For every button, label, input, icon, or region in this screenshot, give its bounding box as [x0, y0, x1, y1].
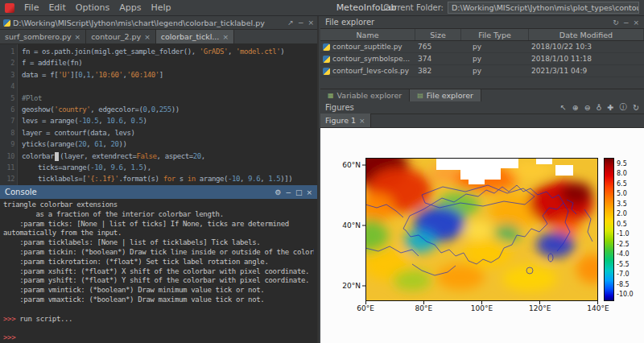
code-token: in — [188, 175, 196, 183]
code-line — [22, 81, 317, 92]
float-icon[interactable]: ↗ — [287, 19, 294, 27]
column-header-size[interactable]: Size — [415, 29, 461, 40]
pan-icon[interactable]: ✚ — [608, 103, 614, 112]
code-token: ) — [280, 48, 284, 56]
column-header-file-type[interactable]: File Type — [461, 29, 529, 40]
console-text-line: :param tickrotation: (*float*) Set tick … — [3, 258, 314, 267]
table-row[interactable]: contourf_levs-cols.py382py2021/3/11 04:9 — [320, 65, 644, 77]
code-token: 61 — [94, 140, 102, 148]
line-number: 12 — [0, 173, 14, 184]
refresh-icon[interactable]: ↻ — [613, 19, 619, 27]
close-icon[interactable]: × — [633, 19, 639, 27]
code-lines[interactable]: fn = os.path.join(migl.get_sample_folder… — [18, 44, 317, 185]
code-token: , — [123, 163, 131, 172]
line-number: 11 — [0, 162, 14, 173]
code-token: ), — [143, 163, 151, 172]
file-date: 2021/3/11 04:9 — [529, 65, 644, 76]
editor-tab[interactable]: surf_sombrero.py× — [0, 30, 86, 43]
close-icon[interactable]: × — [75, 33, 81, 41]
code-token: , — [86, 140, 94, 148]
figure-canvas[interactable]: 60°N40°N20°N 60°E80°E100°E120°E140°E 9.5… — [320, 128, 644, 343]
line-number: 4 — [0, 81, 14, 92]
menu-item-file[interactable]: File — [19, 2, 43, 13]
zoom-in-icon[interactable]: ⊕ — [572, 103, 579, 112]
code-token: 'country' — [54, 105, 90, 114]
editor-tab-label: surf_sombrero.py — [5, 32, 72, 41]
x-axis-label: 140°E — [587, 304, 609, 312]
code-token: arange( — [196, 175, 228, 183]
zoom-out-icon[interactable]: ⊖ — [584, 103, 591, 112]
code-token: , — [98, 117, 106, 125]
column-header-name[interactable]: Name — [320, 29, 415, 40]
settings-icon[interactable]: ⚙ — [275, 188, 281, 196]
minimize-icon[interactable]: − — [285, 188, 291, 196]
tab-label: File explorer — [427, 91, 473, 100]
console-text-line: :param vmaxtick: (*boolean*) Draw maximu… — [3, 295, 314, 305]
file-type: py — [461, 53, 529, 64]
contour-plot — [365, 158, 598, 301]
close-icon[interactable]: × — [359, 117, 365, 125]
colorbar-tick-label: 0.5 — [617, 221, 627, 228]
restore-icon[interactable]: □ — [295, 188, 303, 196]
editor-tab[interactable]: contour_2.py× — [86, 30, 156, 43]
minimize-icon[interactable]: − — [298, 19, 304, 27]
editor-tab[interactable]: colorbar_tickl...× — [156, 30, 234, 43]
menu-item-apps[interactable]: Apps — [114, 2, 146, 13]
y-axis-label: 60°N — [333, 161, 361, 169]
full-extent-icon[interactable]: ♁ — [597, 103, 602, 112]
console-text-line: :param yshift: (*float*) Y shift of the … — [3, 276, 314, 286]
identify-icon[interactable]: ⓘ — [620, 102, 628, 113]
code-token: , — [228, 48, 236, 56]
code-token: levs = arange( — [22, 117, 78, 125]
code-token: , — [102, 163, 110, 172]
explorer-bottom-tabs: ▦Variable explorer▤File explorer — [320, 89, 644, 101]
menu-item-options[interactable]: Options — [71, 2, 114, 13]
close-icon[interactable]: × — [306, 188, 312, 196]
close-icon[interactable]: × — [308, 19, 314, 27]
code-line: ticklabels=['{:.1f}'.format(s) for s in … — [22, 173, 317, 184]
figures-header: Figures ↖⊕⊖♁✚ⓘ↻ — [320, 101, 644, 114]
meteoinfolab-window: FileEditOptionsAppsHelp MeteoInfoLab Cur… — [0, 0, 644, 343]
editor-tab-bar: surf_sombrero.py×contour_2.py×colorbar_t… — [0, 30, 317, 44]
current-folder-select[interactable]: D:\Working\MIScript\Jython\mis\plot_type… — [448, 2, 639, 14]
console-run-text: run script... — [15, 315, 72, 323]
line-number-gutter: 123456789101112 — [0, 44, 18, 185]
close-icon[interactable]: × — [144, 33, 151, 41]
code-line: data = f['U'][0,1,'10:60','60:140'] — [22, 69, 317, 81]
table-row[interactable]: contour_suptitle.py765py2018/10/22 10:3 — [320, 41, 644, 53]
figures-panel: Figures ↖⊕⊖♁✚ⓘ↻ Figure 1× — [320, 101, 644, 343]
tab-file-explorer[interactable]: ▤File explorer — [410, 89, 481, 101]
console-output[interactable]: triangle colorbar extensions as a fracti… — [0, 199, 317, 343]
close-icon[interactable]: × — [222, 33, 229, 41]
code-editor[interactable]: 123456789101112 fn = os.path.join(migl.g… — [0, 44, 317, 185]
figure-tab[interactable]: Figure 1× — [320, 114, 371, 127]
colorbar-tick-label: -5.5 — [617, 262, 630, 268]
code-token: 9.6 — [110, 163, 122, 172]
refresh-icon[interactable]: ↻ — [633, 103, 639, 112]
code-token: 'GrADS' — [200, 48, 228, 56]
code-token: , — [102, 140, 110, 148]
app-title: MeteoInfoLab — [336, 2, 397, 13]
x-axis-label: 80°E — [415, 304, 432, 312]
code-token: -10.5 — [78, 117, 98, 125]
code-token: 1.5 — [131, 163, 143, 172]
menu-item-edit[interactable]: Edit — [43, 2, 70, 13]
select-arrow-icon[interactable]: ↖ — [560, 103, 567, 112]
file-name-cell: contour_suptitle.py — [320, 41, 415, 52]
menu-item-help[interactable]: Help — [146, 2, 175, 13]
minimize-icon[interactable]: − — [623, 19, 630, 27]
code-token: 20 — [78, 140, 86, 148]
colorbar-tick-label: 6.5 — [617, 181, 627, 188]
code-token: 10.6 — [106, 117, 122, 125]
code-line: f = addfile(fn) — [22, 57, 317, 68]
colorbar-tick-label: 9.5 — [617, 161, 627, 167]
console-prompt: >>> — [3, 333, 15, 341]
editor-path-bar: D:\Working\MIScript\Jython\mis\chart\leg… — [0, 16, 317, 30]
column-header-date-modified[interactable]: Date Modified — [529, 29, 644, 40]
file-name-cell: contourf_levs-cols.py — [320, 65, 415, 76]
table-row[interactable]: contour_symbolspe...374py2018/1/10 11:18 — [320, 53, 644, 65]
tab-variable-explorer[interactable]: ▦Variable explorer — [320, 89, 410, 101]
console-header: Console ⚙ − □ × — [0, 185, 317, 199]
y-axis-label: 20°N — [333, 282, 361, 290]
console-text-line: :param ticklabels: [None | list of tickl… — [3, 238, 314, 248]
